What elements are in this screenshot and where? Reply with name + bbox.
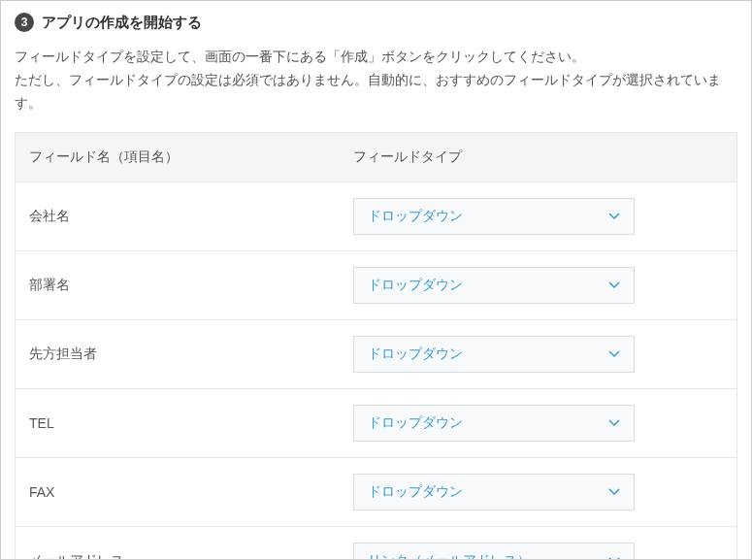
- field-name-cell: 会社名: [16, 182, 341, 251]
- dropdown-value: ドロップダウン: [368, 483, 463, 501]
- field-type-table: フィールド名（項目名） フィールドタイプ 会社名 ドロップダウン 部署名 ドロッ…: [15, 132, 737, 560]
- column-header-field-name: フィールド名（項目名）: [16, 133, 341, 182]
- field-type-cell: ドロップダウン: [340, 182, 736, 251]
- field-name-cell: TEL: [16, 389, 341, 458]
- section-header: 3 アプリの作成を開始する: [1, 1, 751, 32]
- field-type-dropdown[interactable]: ドロップダウン: [353, 336, 635, 373]
- dropdown-value: ドロップダウン: [368, 277, 463, 294]
- table-row: TEL ドロップダウン: [16, 389, 737, 458]
- chevron-down-icon: [608, 488, 620, 496]
- chevron-down-icon: [608, 281, 620, 289]
- section-description: フィールドタイプを設定して、画面の一番下にある「作成」ボタンをクリックしてくださ…: [1, 32, 751, 132]
- field-type-cell: ドロップダウン: [340, 320, 736, 389]
- field-type-dropdown[interactable]: ドロップダウン: [353, 405, 635, 442]
- table-row: FAX ドロップダウン: [16, 458, 737, 527]
- dropdown-value: リンク（メールアドレス）: [368, 552, 531, 560]
- field-name-cell: メールアドレス: [16, 527, 341, 560]
- dropdown-value: ドロップダウン: [368, 208, 463, 225]
- field-name-cell: 部署名: [16, 251, 341, 320]
- dropdown-value: ドロップダウン: [368, 346, 463, 363]
- step-badge: 3: [15, 13, 34, 32]
- table-row: 部署名 ドロップダウン: [16, 251, 737, 320]
- field-table-body: 会社名 ドロップダウン 部署名 ドロップダウン: [16, 182, 737, 560]
- table-row: 会社名 ドロップダウン: [16, 182, 737, 251]
- field-type-cell: ドロップダウン: [340, 389, 736, 458]
- field-type-dropdown[interactable]: リンク（メールアドレス）: [353, 543, 635, 560]
- chevron-down-icon: [608, 213, 620, 220]
- field-name-cell: 先方担当者: [16, 320, 341, 389]
- field-type-cell: ドロップダウン: [340, 251, 736, 320]
- table-row: メールアドレス リンク（メールアドレス）: [16, 527, 737, 560]
- dropdown-value: ドロップダウン: [368, 414, 463, 432]
- field-type-dropdown[interactable]: ドロップダウン: [353, 198, 635, 235]
- section-title: アプリの作成を開始する: [42, 14, 202, 32]
- chevron-down-icon: [608, 350, 620, 358]
- table-row: 先方担当者 ドロップダウン: [16, 320, 737, 389]
- field-type-cell: ドロップダウン: [340, 458, 736, 527]
- column-header-field-type: フィールドタイプ: [340, 133, 736, 182]
- field-type-cell: リンク（メールアドレス）: [340, 527, 736, 560]
- field-name-cell: FAX: [16, 458, 341, 527]
- field-type-dropdown[interactable]: ドロップダウン: [353, 474, 635, 511]
- chevron-down-icon: [608, 419, 620, 427]
- field-type-dropdown[interactable]: ドロップダウン: [353, 267, 635, 304]
